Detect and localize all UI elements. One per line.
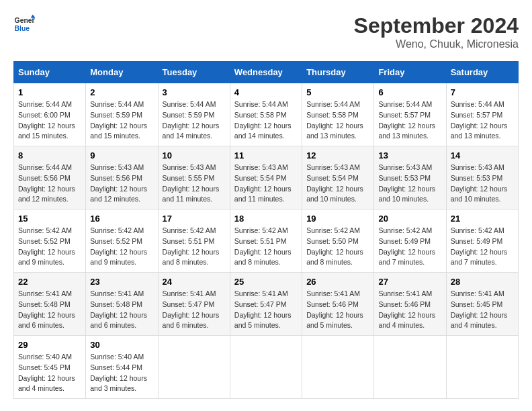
calendar-cell <box>374 336 446 399</box>
day-number: 7 <box>451 87 514 97</box>
column-header-wednesday: Wednesday <box>230 62 302 83</box>
calendar-cell: 24 Sunrise: 5:41 AM Sunset: 5:47 PM Dayl… <box>158 273 230 336</box>
day-number: 10 <box>163 150 226 161</box>
day-info: Sunrise: 5:40 AM Sunset: 5:44 PM Dayligh… <box>90 352 153 394</box>
day-info: Sunrise: 5:41 AM Sunset: 5:47 PM Dayligh… <box>234 289 298 331</box>
svg-text:General: General <box>15 17 35 24</box>
page-title: September 2024 <box>354 13 519 38</box>
week-row-3: 15 Sunrise: 5:42 AM Sunset: 5:52 PM Dayl… <box>14 210 519 273</box>
day-info: Sunrise: 5:44 AM Sunset: 5:59 PM Dayligh… <box>90 99 153 142</box>
calendar-table: SundayMondayTuesdayWednesdayThursdayFrid… <box>13 61 519 399</box>
day-info: Sunrise: 5:43 AM Sunset: 5:54 PM Dayligh… <box>306 163 369 205</box>
column-header-saturday: Saturday <box>446 62 518 83</box>
day-info: Sunrise: 5:43 AM Sunset: 5:56 PM Dayligh… <box>90 163 153 205</box>
day-info: Sunrise: 5:44 AM Sunset: 5:58 PM Dayligh… <box>306 99 369 142</box>
day-info: Sunrise: 5:43 AM Sunset: 5:55 PM Dayligh… <box>163 163 226 205</box>
week-row-4: 22 Sunrise: 5:41 AM Sunset: 5:48 PM Dayl… <box>14 273 519 336</box>
day-info: Sunrise: 5:44 AM Sunset: 5:57 PM Dayligh… <box>378 99 441 142</box>
day-number: 26 <box>306 277 369 287</box>
calendar-cell: 25 Sunrise: 5:41 AM Sunset: 5:47 PM Dayl… <box>230 273 302 336</box>
day-info: Sunrise: 5:44 AM Sunset: 5:56 PM Dayligh… <box>18 163 81 205</box>
calendar-cell: 17 Sunrise: 5:42 AM Sunset: 5:51 PM Dayl… <box>158 210 230 273</box>
day-info: Sunrise: 5:41 AM Sunset: 5:45 PM Dayligh… <box>451 289 514 331</box>
calendar-cell: 1 Sunrise: 5:44 AM Sunset: 6:00 PM Dayli… <box>14 83 86 146</box>
title-block: September 2024 Weno, Chuuk, Micronesia <box>354 13 519 50</box>
day-info: Sunrise: 5:43 AM Sunset: 5:53 PM Dayligh… <box>451 163 514 205</box>
day-number: 27 <box>378 277 441 287</box>
calendar-cell <box>230 336 302 399</box>
day-number: 30 <box>90 340 153 350</box>
calendar-cell: 20 Sunrise: 5:42 AM Sunset: 5:49 PM Dayl… <box>374 210 446 273</box>
week-row-5: 29 Sunrise: 5:40 AM Sunset: 5:45 PM Dayl… <box>14 336 519 399</box>
day-number: 20 <box>378 214 441 224</box>
day-number: 28 <box>451 277 514 287</box>
calendar-cell: 7 Sunrise: 5:44 AM Sunset: 5:57 PM Dayli… <box>446 83 518 146</box>
day-info: Sunrise: 5:41 AM Sunset: 5:48 PM Dayligh… <box>18 289 81 331</box>
day-number: 21 <box>451 214 514 224</box>
column-header-tuesday: Tuesday <box>158 62 230 83</box>
logo: General Blue <box>13 13 35 35</box>
calendar-cell: 2 Sunrise: 5:44 AM Sunset: 5:59 PM Dayli… <box>86 83 158 146</box>
day-info: Sunrise: 5:41 AM Sunset: 5:48 PM Dayligh… <box>90 289 153 331</box>
day-info: Sunrise: 5:44 AM Sunset: 5:58 PM Dayligh… <box>234 99 298 142</box>
calendar-cell: 30 Sunrise: 5:40 AM Sunset: 5:44 PM Dayl… <box>86 336 158 399</box>
page-subtitle: Weno, Chuuk, Micronesia <box>354 38 519 50</box>
day-info: Sunrise: 5:41 AM Sunset: 5:47 PM Dayligh… <box>163 289 226 331</box>
day-number: 22 <box>18 277 81 287</box>
calendar-cell: 15 Sunrise: 5:42 AM Sunset: 5:52 PM Dayl… <box>14 210 86 273</box>
day-info: Sunrise: 5:40 AM Sunset: 5:45 PM Dayligh… <box>18 352 81 394</box>
day-info: Sunrise: 5:42 AM Sunset: 5:50 PM Dayligh… <box>306 226 369 268</box>
day-info: Sunrise: 5:44 AM Sunset: 5:57 PM Dayligh… <box>451 99 514 142</box>
day-number: 4 <box>234 87 298 97</box>
calendar-cell: 16 Sunrise: 5:42 AM Sunset: 5:52 PM Dayl… <box>86 210 158 273</box>
calendar-cell: 18 Sunrise: 5:42 AM Sunset: 5:51 PM Dayl… <box>230 210 302 273</box>
calendar-cell: 12 Sunrise: 5:43 AM Sunset: 5:54 PM Dayl… <box>302 146 374 210</box>
day-number: 5 <box>306 87 369 97</box>
calendar-cell: 3 Sunrise: 5:44 AM Sunset: 5:59 PM Dayli… <box>158 83 230 146</box>
day-number: 12 <box>306 150 369 161</box>
day-number: 1 <box>18 87 81 97</box>
day-number: 14 <box>451 150 514 161</box>
day-info: Sunrise: 5:43 AM Sunset: 5:53 PM Dayligh… <box>378 163 441 205</box>
day-info: Sunrise: 5:42 AM Sunset: 5:49 PM Dayligh… <box>378 226 441 268</box>
calendar-cell: 13 Sunrise: 5:43 AM Sunset: 5:53 PM Dayl… <box>374 146 446 210</box>
calendar-cell: 14 Sunrise: 5:43 AM Sunset: 5:53 PM Dayl… <box>446 146 518 210</box>
column-header-sunday: Sunday <box>14 62 86 83</box>
header-row: SundayMondayTuesdayWednesdayThursdayFrid… <box>14 62 519 83</box>
week-row-1: 1 Sunrise: 5:44 AM Sunset: 6:00 PM Dayli… <box>14 83 519 146</box>
day-number: 29 <box>18 340 81 350</box>
day-number: 2 <box>90 87 153 97</box>
day-number: 24 <box>163 277 226 287</box>
calendar-cell <box>302 336 374 399</box>
calendar-cell: 29 Sunrise: 5:40 AM Sunset: 5:45 PM Dayl… <box>14 336 86 399</box>
calendar-cell: 8 Sunrise: 5:44 AM Sunset: 5:56 PM Dayli… <box>14 146 86 210</box>
page-header: General Blue September 2024 Weno, Chuuk,… <box>13 13 519 50</box>
day-info: Sunrise: 5:41 AM Sunset: 5:46 PM Dayligh… <box>306 289 369 331</box>
day-number: 15 <box>18 214 81 224</box>
calendar-cell: 9 Sunrise: 5:43 AM Sunset: 5:56 PM Dayli… <box>86 146 158 210</box>
day-info: Sunrise: 5:42 AM Sunset: 5:51 PM Dayligh… <box>163 226 226 268</box>
calendar-cell <box>158 336 230 399</box>
day-info: Sunrise: 5:44 AM Sunset: 5:59 PM Dayligh… <box>163 99 226 142</box>
calendar-cell: 22 Sunrise: 5:41 AM Sunset: 5:48 PM Dayl… <box>14 273 86 336</box>
calendar-cell: 21 Sunrise: 5:42 AM Sunset: 5:49 PM Dayl… <box>446 210 518 273</box>
day-number: 25 <box>234 277 298 287</box>
day-info: Sunrise: 5:42 AM Sunset: 5:51 PM Dayligh… <box>234 226 298 268</box>
day-info: Sunrise: 5:42 AM Sunset: 5:49 PM Dayligh… <box>451 226 514 268</box>
day-number: 3 <box>163 87 226 97</box>
day-number: 19 <box>306 214 369 224</box>
day-info: Sunrise: 5:41 AM Sunset: 5:46 PM Dayligh… <box>378 289 441 331</box>
calendar-cell: 11 Sunrise: 5:43 AM Sunset: 5:54 PM Dayl… <box>230 146 302 210</box>
day-number: 17 <box>163 214 226 224</box>
day-number: 13 <box>378 150 441 161</box>
day-info: Sunrise: 5:43 AM Sunset: 5:54 PM Dayligh… <box>234 163 298 205</box>
calendar-cell: 19 Sunrise: 5:42 AM Sunset: 5:50 PM Dayl… <box>302 210 374 273</box>
week-row-2: 8 Sunrise: 5:44 AM Sunset: 5:56 PM Dayli… <box>14 146 519 210</box>
calendar-cell: 4 Sunrise: 5:44 AM Sunset: 5:58 PM Dayli… <box>230 83 302 146</box>
calendar-cell: 10 Sunrise: 5:43 AM Sunset: 5:55 PM Dayl… <box>158 146 230 210</box>
column-header-friday: Friday <box>374 62 446 83</box>
calendar-cell <box>446 336 518 399</box>
day-number: 6 <box>378 87 441 97</box>
logo-icon: General Blue <box>13 13 35 35</box>
day-number: 16 <box>90 214 153 224</box>
